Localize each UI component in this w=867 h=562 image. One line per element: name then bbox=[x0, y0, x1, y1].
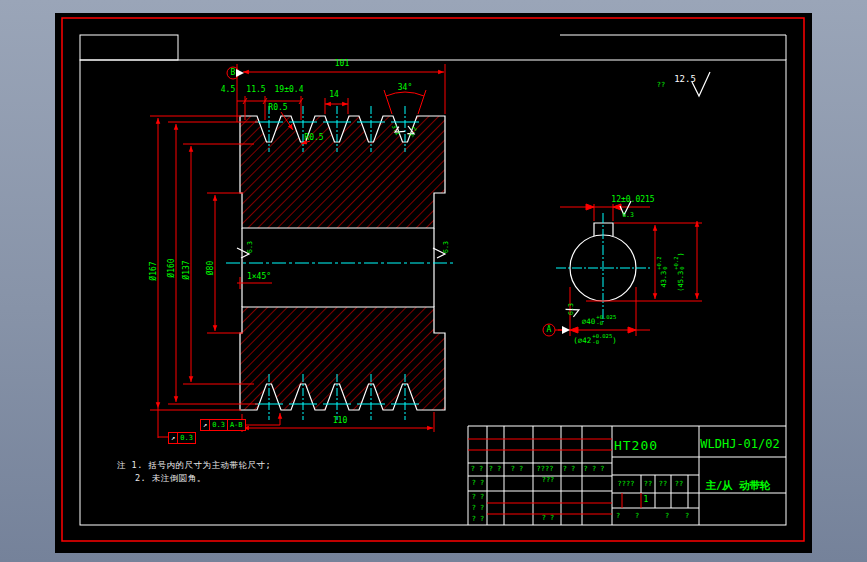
datum-a-label: A bbox=[547, 326, 552, 334]
title-header-cell-0: ? ? bbox=[471, 466, 484, 473]
title-left-row-2: ? ? bbox=[472, 505, 485, 512]
title-header-cell-3: ???? bbox=[537, 466, 554, 473]
dim-bore-chamfer: 1×45° bbox=[247, 273, 271, 281]
title-scale-cell-2: ?? bbox=[659, 481, 667, 488]
runout-datum: A-B bbox=[227, 420, 245, 430]
note-line-1: 注 1. 括号内的尺寸为主动带轮尺寸; bbox=[117, 460, 271, 472]
title-scale-cell-1: ?? bbox=[644, 481, 652, 488]
dim-bore-roughness-right: 6.3 bbox=[443, 241, 450, 253]
frame-corner-box bbox=[80, 35, 178, 60]
dim-groove-radius-top: R0.5 bbox=[268, 104, 287, 112]
datum-b-flag bbox=[236, 69, 244, 77]
title-material: HT200 bbox=[614, 439, 658, 452]
dim-side-bore-roughness: 6.3 bbox=[568, 303, 575, 315]
title-left-row-0: ? ? bbox=[472, 480, 485, 487]
dim-groove-pitch: 19±0.4 bbox=[275, 86, 304, 94]
application-window: { "annotations": { "general_roughness_pr… bbox=[0, 0, 867, 562]
dim-keyway-depth-alt: (45.3+0.20) bbox=[674, 252, 686, 292]
title-header-cell-5: ? ? ? bbox=[583, 466, 604, 473]
title-center-bottom: ? ? bbox=[542, 515, 555, 522]
title-left-row-1: ? ? bbox=[472, 494, 485, 501]
title-scale-cell-0: ???? bbox=[618, 481, 635, 488]
title-header-cell-2: ? ? bbox=[511, 466, 524, 473]
dim-hub-width: 110 bbox=[333, 417, 347, 425]
title-drawing-number: WLDHJ-01/02 bbox=[700, 438, 779, 450]
dim-bore-diameter-alt: (⌀42+0.025-0) bbox=[573, 334, 616, 346]
title-bottom-cell-3: ? bbox=[685, 513, 689, 520]
runout-value-2: 0.3 bbox=[177, 433, 195, 443]
dim-groove-angle: 34° bbox=[398, 84, 412, 92]
title-quantity: 1 bbox=[644, 496, 649, 504]
title-bottom-cell-2: ? bbox=[665, 513, 669, 520]
title-header-cell-4: ? ? bbox=[563, 466, 576, 473]
title-center-top: ??? bbox=[542, 477, 555, 484]
dim-groove-radius-bottom: R0.5 bbox=[304, 134, 323, 142]
dim-keyway-width: 12±0.0215 bbox=[611, 196, 654, 204]
runout-symbol: ↗ bbox=[201, 420, 209, 430]
dim-bore-diameter: ⌀40+0.025-0 bbox=[582, 315, 616, 327]
dim-groove-top-width: 14 bbox=[329, 91, 339, 99]
cad-drawing bbox=[55, 13, 812, 553]
title-bottom-cell-1: ? bbox=[635, 513, 639, 520]
dim-outer-diameter: Ø167 bbox=[150, 261, 158, 280]
runout-frame-ab: ↗ 0.3 A-B bbox=[200, 419, 246, 431]
datum-b-label: B bbox=[231, 69, 236, 77]
general-roughness-value: 12.5 bbox=[674, 75, 696, 84]
dim-bore-roughness-left: 6.3 bbox=[247, 241, 254, 253]
title-part-name: 主/从 动带轮 bbox=[705, 480, 770, 491]
dim-groove-offset: 11.5 bbox=[246, 86, 265, 94]
title-header-cell-1: ? ? bbox=[489, 466, 502, 473]
runout-symbol-2: ↗ bbox=[169, 433, 177, 443]
note-line-2: 2. 未注倒圆角。 bbox=[135, 473, 206, 485]
dim-pitch-diameter: Ø160 bbox=[168, 258, 176, 277]
cad-viewport[interactable]: B A 101 4.5 11.5 19±0.4 R0.5 R0.5 14 34°… bbox=[55, 13, 812, 553]
section-bottom-half bbox=[240, 307, 445, 410]
title-scale-cell-3: ?? bbox=[675, 481, 683, 488]
dim-hub-diameter: Ø80 bbox=[207, 261, 215, 275]
title-left-row-3: ? ? bbox=[472, 516, 485, 523]
title-bottom-cell-0: ? bbox=[616, 513, 620, 520]
dim-keyway-depth: 43.3+0.20 bbox=[657, 256, 669, 287]
datum-a-flag bbox=[562, 326, 570, 334]
runout-value: 0.3 bbox=[209, 420, 227, 430]
dim-total-width: 101 bbox=[335, 60, 349, 68]
dim-keyway-roughness: 6.3 bbox=[622, 212, 634, 219]
dim-edge-offset: 4.5 bbox=[221, 86, 235, 94]
general-roughness-prefix: ?? bbox=[657, 82, 665, 89]
dim-root-diameter: Ø137 bbox=[183, 260, 191, 279]
runout-frame-2: ↗ 0.3 bbox=[168, 432, 196, 444]
